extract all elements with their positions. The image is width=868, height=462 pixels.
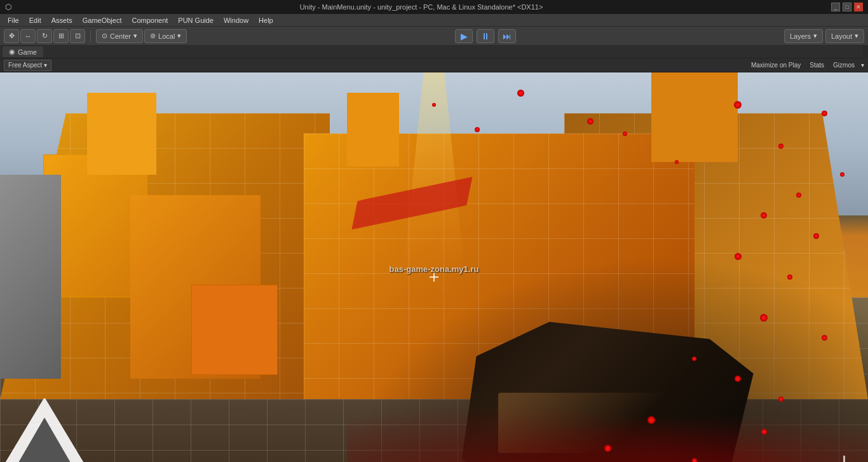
aspect-arrow: ▾	[44, 62, 47, 69]
menu-pun-guide[interactable]: PUN Guide	[173, 15, 219, 25]
game-viewport: bas-game-zona.my1.ru	[0, 72, 868, 462]
move-tool[interactable]: ↔	[20, 29, 36, 43]
title-bar: ⬡ Unity - MainMenu.unity - unity_project…	[0, 0, 868, 14]
menu-help[interactable]: Help	[254, 15, 278, 25]
step-button[interactable]: ⏭	[498, 29, 516, 43]
box-5	[347, 93, 399, 166]
game-toolbar-left: Free Aspect ▾	[4, 60, 51, 71]
transform-tools: ✥ ↔ ↻ ⊞ ⊡	[4, 29, 85, 43]
maximize-button[interactable]: □	[843, 3, 851, 11]
splatter-13	[735, 253, 742, 260]
separator-1	[90, 30, 91, 43]
weapon-overlay	[347, 256, 868, 462]
toolbar: ✥ ↔ ↻ ⊞ ⊡ ⊙ Center ▾ ⊚ Local ▾ ▶ ⏸ ⏭ Lay…	[0, 27, 868, 46]
menu-bar: File Edit Assets GameObject Component PU…	[0, 14, 868, 27]
window-controls: _ □ ✕	[831, 3, 863, 11]
tab-bar: ◉ Game	[0, 46, 868, 58]
target-box	[191, 285, 278, 374]
app-icon: ⬡	[5, 3, 11, 11]
pivot-dropdown[interactable]: ⊙ Center ▾	[96, 29, 143, 43]
splatter-22	[604, 445, 611, 452]
splatter-23	[692, 458, 697, 462]
minimize-button[interactable]: _	[831, 3, 840, 11]
game-toolbar: Free Aspect ▾ Maximize on Play Stats Giz…	[0, 58, 868, 72]
splatter-6	[517, 90, 524, 97]
game-tab[interactable]: ◉ Game	[3, 46, 43, 57]
game-canvas: bas-game-zona.my1.ru	[0, 72, 868, 462]
box-4	[651, 72, 738, 162]
side-panel-left	[0, 175, 61, 379]
splatter-0	[587, 118, 593, 125]
pivot-icon: ⊙	[102, 32, 107, 40]
game-toolbar-right: Maximize on Play Stats Gizmos ▾	[749, 60, 864, 70]
splatter-1	[623, 132, 627, 136]
ammo-bars	[843, 456, 845, 462]
splatter-14	[787, 275, 792, 280]
pause-button[interactable]: ⏸	[477, 29, 494, 43]
scale-tool[interactable]: ⊞	[53, 29, 69, 43]
space-arrow: ▾	[177, 32, 181, 40]
pivot-label: Center	[110, 32, 131, 40]
gizmos-btn[interactable]: Gizmos	[831, 60, 857, 70]
toolbar-right: Layers ▾ Layout ▾	[784, 29, 864, 43]
pivot-arrow: ▾	[133, 32, 137, 40]
maximize-on-play-btn[interactable]: Maximize on Play	[749, 60, 803, 70]
splatter-21	[761, 429, 767, 435]
menu-file[interactable]: File	[3, 15, 24, 25]
main-layout: ◉ Game Free Aspect ▾ Maximize on Play St…	[0, 46, 868, 462]
menu-assets[interactable]: Assets	[46, 15, 78, 25]
game-tab-icon: ◉	[9, 48, 15, 56]
tab-scrollbar	[863, 46, 868, 58]
hud-bottom: x3 Full	[830, 456, 862, 462]
layout-label: Layout	[831, 32, 852, 40]
layers-dropdown[interactable]: Layers ▾	[784, 29, 823, 43]
layout-arrow: ▾	[855, 32, 858, 40]
splatter-10	[813, 233, 819, 239]
hand-tool[interactable]: ✥	[4, 29, 19, 43]
splatter-7	[796, 193, 801, 198]
splatter-20	[648, 416, 655, 424]
unity-logo-svg	[0, 398, 102, 462]
rotate-tool[interactable]: ↻	[37, 29, 52, 43]
splatter-17	[692, 357, 696, 361]
splatter-5	[822, 111, 827, 116]
space-dropdown[interactable]: ⊚ Local ▾	[144, 29, 187, 43]
close-button[interactable]: ✕	[854, 3, 863, 11]
playback-controls: ▶ ⏸ ⏭	[189, 29, 782, 43]
splatter-15	[760, 314, 768, 322]
aspect-dropdown[interactable]: Free Aspect ▾	[4, 60, 51, 71]
space-label: Local	[158, 32, 175, 40]
unity-logo	[0, 398, 127, 462]
pivot-group: ⊙ Center ▾ ⊚ Local ▾	[96, 29, 187, 43]
aspect-label: Free Aspect	[8, 62, 42, 69]
menu-window[interactable]: Window	[219, 15, 254, 25]
menu-edit[interactable]: Edit	[24, 15, 46, 25]
game-panel: ◉ Game Free Aspect ▾ Maximize on Play St…	[0, 46, 868, 462]
menu-component[interactable]: Component	[126, 15, 173, 25]
menu-gameobject[interactable]: GameObject	[78, 15, 127, 25]
game-tab-label: Game	[18, 48, 37, 56]
rect-tool[interactable]: ⊡	[70, 29, 85, 43]
splatter-9	[840, 172, 844, 177]
space-icon: ⊚	[150, 32, 156, 40]
box-3	[87, 93, 156, 175]
layout-dropdown[interactable]: Layout ▾	[825, 29, 864, 43]
stats-btn[interactable]: Stats	[807, 60, 827, 70]
play-button[interactable]: ▶	[455, 29, 473, 43]
ammo-bar-1	[843, 456, 845, 462]
gizmos-arrow: ▾	[861, 62, 864, 69]
layers-label: Layers	[790, 32, 811, 40]
layers-arrow: ▾	[813, 32, 817, 40]
window-title: Unity - MainMenu.unity - unity_project -…	[11, 3, 831, 11]
